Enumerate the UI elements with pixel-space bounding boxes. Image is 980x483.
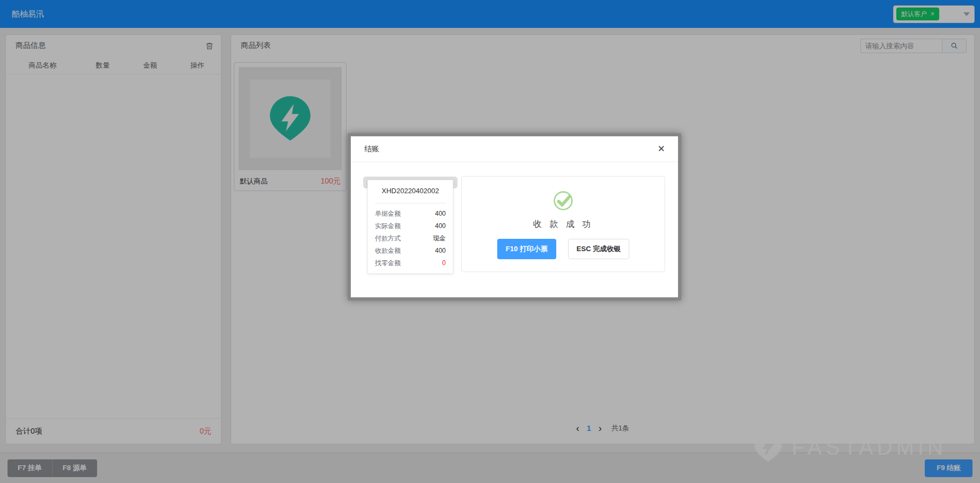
receipt-row-label: 付款方式: [375, 232, 401, 245]
checkout-modal-title: 结账: [364, 144, 379, 154]
receipt-row-label: 单据金额: [375, 208, 401, 220]
close-icon[interactable]: ✕: [658, 144, 665, 153]
receipt-row: 找零金额 0: [375, 257, 446, 269]
receipt-row-value: 400: [435, 220, 446, 232]
payment-result-box: 收 款 成 功 F10 打印小票 ESC 完成收银: [461, 176, 665, 272]
receipt-row-value: 400: [435, 208, 446, 220]
checkout-modal: 结账 ✕ XHD20220402002 单据金额 400 实际金额 400 付款: [348, 133, 681, 301]
receipt-row: 收款金额 400: [375, 245, 446, 257]
pos-app: 酷柚易汛 默认客户 × 商品信息 商品名称 数量 金额 操作 合计0: [0, 0, 980, 483]
receipt-divider: [375, 203, 446, 203]
checkout-modal-header: 结账 ✕: [351, 136, 678, 162]
receipt-number: XHD20220402002: [375, 187, 446, 195]
receipt-row: 实际金额 400: [375, 220, 446, 232]
receipt-row-value: 400: [435, 245, 446, 257]
receipt-row-label: 实际金额: [375, 220, 401, 232]
receipt-row: 付款方式 现金: [375, 232, 446, 245]
print-receipt-button[interactable]: F10 打印小票: [497, 239, 556, 259]
result-buttons: F10 打印小票 ESC 完成收银: [497, 239, 629, 259]
payment-success-message: 收 款 成 功: [533, 219, 593, 230]
receipt-change-value: 0: [442, 257, 446, 269]
receipt: XHD20220402002 单据金额 400 实际金额 400 付款方式 现金…: [367, 180, 453, 274]
checkout-modal-content: XHD20220402002 单据金额 400 实际金额 400 付款方式 现金…: [351, 162, 678, 297]
receipt-row-value: 现金: [433, 232, 446, 245]
receipt-row-label: 收款金额: [375, 245, 401, 257]
finish-checkout-button[interactable]: ESC 完成收银: [568, 239, 629, 259]
success-check-icon: [552, 189, 574, 212]
receipt-row-label: 找零金额: [375, 257, 401, 269]
receipt-row: 单据金额 400: [375, 208, 446, 220]
